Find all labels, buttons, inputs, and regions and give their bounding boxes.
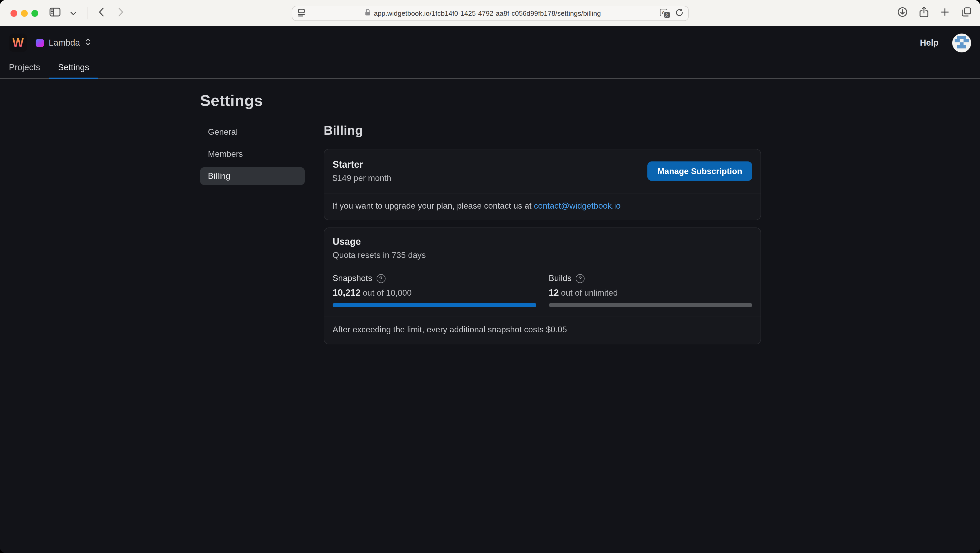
- snapshots-used: 10,212: [332, 287, 361, 298]
- chevron-down-icon[interactable]: [70, 8, 76, 18]
- page-title: Settings: [200, 92, 980, 110]
- address-bar[interactable]: app.widgetbook.io/1fcb14f0-1425-4792-aa8…: [291, 6, 689, 21]
- close-window-button[interactable]: [11, 10, 17, 17]
- tab-settings[interactable]: Settings: [49, 59, 98, 79]
- builds-label: Builds: [549, 274, 571, 283]
- back-button[interactable]: [98, 7, 105, 19]
- plan-price: $149 per month: [332, 174, 391, 183]
- upgrade-note: If you want to upgrade your plan, please…: [324, 193, 760, 220]
- snapshots-help-icon[interactable]: ?: [376, 274, 385, 283]
- snapshots-label: Snapshots: [332, 274, 372, 283]
- plan-name: Starter: [332, 159, 391, 171]
- reload-icon[interactable]: [675, 8, 683, 19]
- share-icon[interactable]: [919, 6, 929, 20]
- window-controls: [11, 10, 38, 17]
- toolbar-divider: [87, 7, 88, 19]
- usage-card: Usage Quota resets in 735 days Snapshots…: [324, 228, 761, 344]
- contact-email-link[interactable]: contact@widgetbook.io: [534, 201, 621, 210]
- sidebar-toggle-icon[interactable]: [49, 7, 61, 19]
- snapshots-progress-fill: [332, 303, 536, 307]
- primary-tabbar: Projects Settings: [0, 59, 980, 79]
- app-content: W Lambda Help: [0, 26, 980, 553]
- widgetbook-logo[interactable]: W: [9, 33, 27, 52]
- manage-subscription-button[interactable]: Manage Subscription: [648, 161, 752, 181]
- browser-toolbar: app.widgetbook.io/1fcb14f0-1425-4792-aa8…: [0, 0, 980, 26]
- workspace-color-badge: [36, 38, 44, 47]
- help-link[interactable]: Help: [920, 38, 939, 48]
- sidebar-item-billing[interactable]: Billing: [200, 167, 305, 185]
- new-tab-icon[interactable]: [940, 7, 950, 19]
- builds-progress-track: [549, 303, 752, 307]
- settings-sidebar: General Members Billing: [200, 123, 305, 344]
- snapshots-progress-track: [332, 303, 536, 307]
- snapshots-quota: out of 10,000: [363, 288, 412, 297]
- builds-quota: out of unlimited: [561, 288, 618, 297]
- browser-window: app.widgetbook.io/1fcb14f0-1425-4792-aa8…: [0, 0, 980, 553]
- billing-panel: Billing Starter $149 per month Manage Su…: [324, 123, 761, 344]
- builds-used: 12: [549, 287, 559, 298]
- selector-updown-icon: [84, 37, 91, 48]
- zoom-window-button[interactable]: [32, 10, 38, 17]
- widgetbook-logo-letter: W: [12, 37, 24, 49]
- builds-metric: Builds ? 12out of unlimited: [549, 274, 752, 307]
- page-settings-icon[interactable]: [297, 8, 305, 19]
- overage-note: After exceeding the limit, every additio…: [324, 317, 760, 344]
- usage-subtitle: Quota resets in 735 days: [332, 250, 752, 260]
- snapshots-metric: Snapshots ? 10,212out of 10,000: [332, 274, 536, 307]
- forward-button[interactable]: [117, 7, 124, 19]
- tab-projects[interactable]: Projects: [0, 59, 49, 79]
- minimize-window-button[interactable]: [21, 10, 28, 17]
- workspace-name: Lambda: [49, 38, 80, 48]
- builds-help-icon[interactable]: ?: [576, 274, 585, 283]
- tab-overview-icon[interactable]: [961, 7, 972, 19]
- translate-icon[interactable]: A 文: [660, 9, 670, 18]
- sidebar-item-general[interactable]: General: [200, 123, 305, 141]
- usage-title: Usage: [332, 236, 752, 247]
- user-avatar[interactable]: [952, 33, 971, 52]
- plan-card: Starter $149 per month Manage Subscripti…: [324, 149, 761, 220]
- url-text: app.widgetbook.io/1fcb14f0-1425-4792-aa8…: [374, 10, 601, 17]
- sidebar-item-members[interactable]: Members: [200, 145, 305, 163]
- lock-icon: [364, 8, 371, 18]
- app-header: W Lambda Help: [0, 26, 980, 59]
- section-title: Billing: [324, 123, 761, 138]
- workspace-switcher[interactable]: Lambda: [36, 37, 91, 48]
- downloads-icon[interactable]: [897, 7, 908, 19]
